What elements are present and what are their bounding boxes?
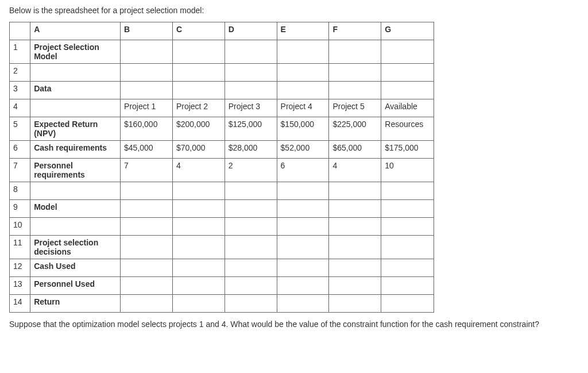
cell-e bbox=[277, 40, 329, 64]
cell-b: $160,000 bbox=[121, 117, 173, 141]
cell-g bbox=[381, 218, 434, 236]
cell-c bbox=[172, 236, 225, 259]
cell-e: Project 4 bbox=[277, 99, 329, 117]
table-row: 4Project 1Project 2Project 3Project 4Pro… bbox=[10, 99, 434, 117]
col-header-a: A bbox=[30, 22, 121, 40]
cell-g: Available bbox=[381, 99, 434, 117]
cell-f bbox=[329, 40, 381, 64]
cell-f bbox=[329, 82, 381, 99]
cell-c bbox=[172, 182, 225, 200]
cell-f bbox=[329, 218, 381, 236]
cell-e bbox=[277, 82, 329, 99]
cell-d bbox=[225, 82, 277, 99]
cell-a: Data bbox=[30, 82, 121, 99]
cell-b bbox=[121, 82, 173, 99]
cell-d: $125,000 bbox=[225, 117, 277, 141]
cell-g: 10 bbox=[381, 159, 434, 182]
table-row: 10 bbox=[10, 218, 434, 236]
cell-a bbox=[30, 182, 121, 200]
table-row: 1Project Selection Model bbox=[10, 40, 434, 64]
cell-g bbox=[381, 200, 434, 218]
cell-e bbox=[277, 259, 329, 277]
cell-g bbox=[381, 236, 434, 259]
row-number: 14 bbox=[10, 295, 30, 313]
cell-a bbox=[30, 99, 121, 117]
cell-c: $200,000 bbox=[172, 117, 225, 141]
cell-g: $175,000 bbox=[381, 141, 434, 159]
row-number: 10 bbox=[10, 218, 30, 236]
cell-d bbox=[225, 277, 277, 295]
cell-e bbox=[277, 236, 329, 259]
cell-c bbox=[172, 218, 225, 236]
cell-g bbox=[381, 277, 434, 295]
cell-f: $225,000 bbox=[329, 117, 381, 141]
cell-b bbox=[121, 236, 173, 259]
table-row: 12Cash Used bbox=[10, 259, 434, 277]
cell-f: 4 bbox=[329, 159, 381, 182]
cell-c bbox=[172, 200, 225, 218]
cell-g: Resources bbox=[381, 117, 434, 141]
cell-b bbox=[121, 218, 173, 236]
row-number: 12 bbox=[10, 259, 30, 277]
cell-f bbox=[329, 259, 381, 277]
cell-e bbox=[277, 200, 329, 218]
cell-g bbox=[381, 64, 434, 82]
spreadsheet-table: A B C D E F G 1Project Selection Model23… bbox=[9, 22, 434, 313]
cell-e bbox=[277, 277, 329, 295]
cell-f bbox=[329, 277, 381, 295]
cell-a: Personnel requirements bbox=[30, 159, 121, 182]
cell-c bbox=[172, 40, 225, 64]
cell-g bbox=[381, 259, 434, 277]
cell-e bbox=[277, 64, 329, 82]
cell-b bbox=[121, 295, 173, 313]
column-header-row: A B C D E F G bbox=[10, 22, 434, 40]
row-number: 13 bbox=[10, 277, 30, 295]
col-header-e: E bbox=[277, 22, 329, 40]
cell-f bbox=[329, 182, 381, 200]
cell-d: $28,000 bbox=[225, 141, 277, 159]
cell-d: 2 bbox=[225, 159, 277, 182]
cell-d bbox=[225, 236, 277, 259]
table-row: 5Expected Return (NPV)$160,000$200,000$1… bbox=[10, 117, 434, 141]
cell-d bbox=[225, 182, 277, 200]
table-row: 2 bbox=[10, 64, 434, 82]
cell-d bbox=[225, 295, 277, 313]
cell-e: $150,000 bbox=[277, 117, 329, 141]
cell-b: Project 1 bbox=[121, 99, 173, 117]
row-number: 1 bbox=[10, 40, 30, 64]
cell-a: Return bbox=[30, 295, 121, 313]
row-number: 6 bbox=[10, 141, 30, 159]
corner-cell bbox=[10, 22, 30, 40]
cell-e: 6 bbox=[277, 159, 329, 182]
cell-a: Project selection decisions bbox=[30, 236, 121, 259]
col-header-b: B bbox=[121, 22, 173, 40]
cell-d bbox=[225, 200, 277, 218]
table-row: 3Data bbox=[10, 82, 434, 99]
cell-c: Project 2 bbox=[172, 99, 225, 117]
cell-b bbox=[121, 259, 173, 277]
table-row: 7Personnel requirements7426410 bbox=[10, 159, 434, 182]
cell-c bbox=[172, 64, 225, 82]
cell-b bbox=[121, 64, 173, 82]
cell-g bbox=[381, 40, 434, 64]
row-number: 2 bbox=[10, 64, 30, 82]
cell-b bbox=[121, 200, 173, 218]
question-text: Suppose that the optimization model sele… bbox=[9, 320, 579, 329]
col-header-c: C bbox=[172, 22, 225, 40]
cell-c: $70,000 bbox=[172, 141, 225, 159]
cell-e: $52,000 bbox=[277, 141, 329, 159]
cell-g bbox=[381, 82, 434, 99]
cell-c bbox=[172, 295, 225, 313]
cell-c: 4 bbox=[172, 159, 225, 182]
row-number: 8 bbox=[10, 182, 30, 200]
cell-f bbox=[329, 200, 381, 218]
cell-a: Model bbox=[30, 200, 121, 218]
cell-f: Project 5 bbox=[329, 99, 381, 117]
cell-b bbox=[121, 182, 173, 200]
cell-a: Cash requirements bbox=[30, 141, 121, 159]
cell-f bbox=[329, 295, 381, 313]
col-header-d: D bbox=[225, 22, 277, 40]
table-row: 11Project selection decisions bbox=[10, 236, 434, 259]
cell-e bbox=[277, 218, 329, 236]
col-header-f: F bbox=[329, 22, 381, 40]
